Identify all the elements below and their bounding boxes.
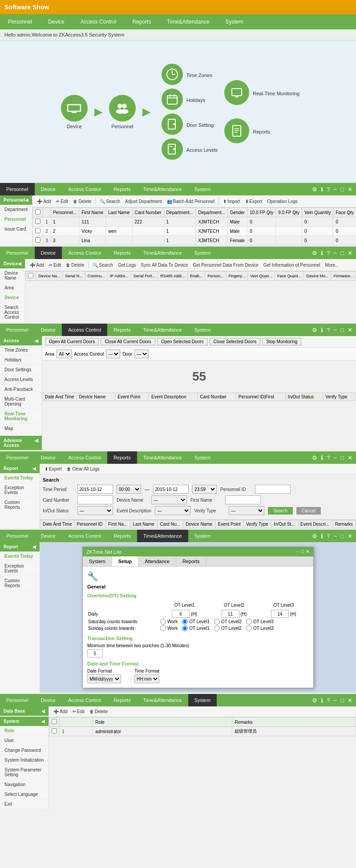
- time-format-select[interactable]: HH:mm: [134, 674, 159, 683]
- gear-icon[interactable]: ⚙: [311, 185, 319, 194]
- gear-icon[interactable]: ⚙: [311, 696, 319, 705]
- sun-ot1-radio[interactable]: [182, 625, 188, 631]
- sys-nav-time[interactable]: Time&Attendance: [137, 694, 188, 706]
- select-all-checkbox[interactable]: [28, 273, 33, 278]
- sidebar-exit[interactable]: Exit: [0, 799, 49, 809]
- sidebar-anti-passback[interactable]: Anti-Passback: [0, 385, 42, 394]
- area-select[interactable]: All: [57, 349, 72, 358]
- get-info-btn[interactable]: Get Information of Personnel: [262, 262, 322, 268]
- minimize-icon[interactable]: −: [332, 249, 339, 257]
- rep-clear-btn[interactable]: 🗑 Clear All Logs: [65, 466, 101, 472]
- sidebar-ta-events[interactable]: Events Today: [0, 552, 40, 561]
- device-nav-personnel[interactable]: Personnel: [0, 247, 35, 259]
- info-icon[interactable]: ℹ: [320, 185, 324, 194]
- sat-ot1-radio[interactable]: [182, 619, 188, 625]
- ac-nav-system[interactable]: System: [188, 324, 217, 336]
- sys-nav-access[interactable]: Access Control: [62, 694, 107, 706]
- time-end-time[interactable]: 23:59: [192, 485, 217, 494]
- ta-nav-device[interactable]: Device: [35, 530, 62, 542]
- sidebar-sys-param[interactable]: System Parameter Setting: [0, 765, 49, 780]
- device-nav-access[interactable]: Access Control: [62, 247, 107, 259]
- sys-nav-device[interactable]: Device: [35, 694, 62, 706]
- ta-nav-system[interactable]: System: [188, 530, 217, 542]
- sun-work-radio[interactable]: [160, 625, 166, 631]
- device-search-btn[interactable]: 🔍 Search: [91, 262, 115, 268]
- table-row[interactable]: 2 2Vickywen1XJMTECHMale000: [33, 227, 356, 236]
- sidebar-toggle[interactable]: ◀: [18, 261, 21, 266]
- sidebar-department[interactable]: Department: [0, 205, 32, 215]
- table-row[interactable]: 3 3Lina1XJMTECHFemale000: [33, 236, 356, 245]
- info-icon[interactable]: ℹ: [320, 696, 324, 705]
- table-row[interactable]: 1 administrator 超级管理员: [49, 727, 356, 736]
- sidebar-user[interactable]: User: [0, 736, 49, 746]
- sun-ot2-label[interactable]: OT Level2: [214, 625, 242, 631]
- sidebar-toggle[interactable]: ◀: [25, 198, 28, 203]
- import-btn[interactable]: ⬆ Import: [221, 198, 242, 205]
- personnel-nav-device[interactable]: Device: [35, 183, 62, 195]
- op-logs-btn[interactable]: Operation Logs: [265, 198, 299, 205]
- modal-nav-setup[interactable]: Setup: [112, 556, 139, 566]
- sidebar-timezones[interactable]: Time Zones: [0, 345, 42, 355]
- search-btn[interactable]: 🔍 Search: [98, 198, 122, 205]
- nav-device[interactable]: Device: [40, 14, 73, 29]
- select-all-checkbox[interactable]: [35, 209, 40, 215]
- sat-ot1-label[interactable]: OT Level1: [182, 619, 210, 625]
- modal-nav-reports[interactable]: Reports: [176, 556, 206, 566]
- personnel-nav-system[interactable]: System: [188, 183, 217, 195]
- restore-icon[interactable]: □: [339, 532, 345, 540]
- nav-access-control[interactable]: Access Control: [73, 14, 125, 29]
- ta-nav-time[interactable]: Time&Attendance: [137, 530, 188, 542]
- sat-ot2-label[interactable]: OT Level2: [214, 619, 242, 625]
- device-nav-time[interactable]: Time&Attendance: [137, 247, 188, 259]
- sidebar-ta-custom[interactable]: Custom Reports: [0, 576, 40, 591]
- device-edit-btn[interactable]: ✏ Edit: [47, 262, 63, 268]
- row-checkbox[interactable]: [35, 237, 40, 243]
- rep-export-btn[interactable]: ⬇ Export: [43, 466, 64, 472]
- daily-level3-input[interactable]: [271, 610, 289, 618]
- minimize-icon[interactable]: −: [332, 454, 339, 462]
- row-checkbox[interactable]: [35, 219, 40, 224]
- help-icon[interactable]: ?: [325, 249, 331, 257]
- ac-nav-reports[interactable]: Reports: [107, 324, 137, 336]
- search-submit-btn[interactable]: Search: [268, 507, 293, 515]
- sat-ot3-label[interactable]: OT Level3: [246, 619, 274, 625]
- rep-nav-time[interactable]: Time&Attendance: [137, 451, 188, 464]
- close-icon[interactable]: ✕: [346, 454, 354, 462]
- close-all-doors-btn[interactable]: Close All Current Doors: [101, 338, 155, 345]
- sys-add-btn[interactable]: ➕ Add: [52, 708, 69, 715]
- gear-icon[interactable]: ⚙: [311, 249, 319, 257]
- sidebar-toggle[interactable]: ◀: [32, 466, 36, 471]
- device-add-btn[interactable]: ➕ Add: [28, 262, 46, 268]
- card-num-input[interactable]: [77, 495, 113, 504]
- sun-ot3-radio[interactable]: [246, 625, 252, 631]
- close-icon[interactable]: ✕: [346, 696, 354, 705]
- sys-delete-btn[interactable]: 🗑 Delete: [88, 708, 109, 715]
- sys-nav-personnel[interactable]: Personnel: [0, 694, 35, 706]
- sidebar-toggle[interactable]: ◀: [41, 709, 45, 714]
- sidebar-map[interactable]: Map: [0, 424, 42, 434]
- modal-restore[interactable]: □: [301, 549, 304, 555]
- modal-nav-system[interactable]: System: [83, 556, 112, 566]
- device-nav-system[interactable]: System: [188, 247, 217, 259]
- gear-icon[interactable]: ⚙: [311, 326, 319, 334]
- minimize-icon[interactable]: −: [332, 532, 339, 540]
- adjust-dept-btn[interactable]: Adjust Department: [123, 198, 164, 205]
- help-icon[interactable]: ?: [325, 454, 331, 462]
- sidebar-door-settings[interactable]: Door Settings: [0, 365, 42, 375]
- search-cancel-btn[interactable]: Cancel: [296, 507, 321, 515]
- rep-nav-device[interactable]: Device: [35, 451, 62, 464]
- ta-nav-personnel[interactable]: Personnel: [0, 530, 35, 542]
- sun-ot3-label[interactable]: OT Level3: [246, 625, 274, 631]
- get-logs-btn[interactable]: Get Logs: [116, 262, 138, 268]
- rep-nav-personnel[interactable]: Personnel: [0, 451, 35, 464]
- rep-nav-access[interactable]: Access Control: [62, 451, 107, 464]
- device-name-select[interactable]: —: [151, 495, 187, 504]
- more-btn[interactable]: More...: [324, 262, 341, 268]
- sys-nav-system[interactable]: System: [188, 694, 217, 706]
- sidebar-navigation[interactable]: Navigation: [0, 780, 49, 790]
- minimize-icon[interactable]: −: [332, 185, 339, 194]
- rep-nav-reports[interactable]: Reports: [107, 451, 137, 464]
- stop-monitoring-btn[interactable]: Stop Monitoring: [262, 338, 301, 345]
- row-checkbox[interactable]: [35, 228, 40, 233]
- export-btn[interactable]: ⬇ Export: [243, 198, 264, 205]
